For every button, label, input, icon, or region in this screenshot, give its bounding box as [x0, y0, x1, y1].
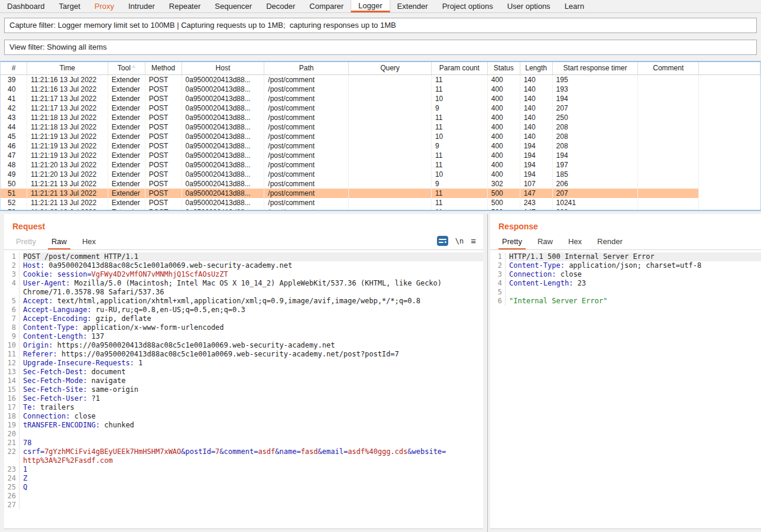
column-header-host[interactable]: Host	[182, 62, 265, 74]
log-row-43[interactable]: 4311:21:18 13 Jul 2022ExtenderPOST0a9500…	[1, 113, 760, 122]
response-tab-pretty[interactable]: Pretty	[498, 237, 526, 249]
log-row-53[interactable]: 5311:21:22 13 Jul 2022ExtenderPOST0a9500…	[1, 207, 760, 211]
menu-tab-project-options[interactable]: Project options	[435, 0, 500, 12]
cell-tool: Extender	[108, 170, 145, 179]
log-row-51[interactable]: 5111:21:21 13 Jul 2022ExtenderPOST0a9500…	[1, 189, 760, 198]
menu-tab-learn[interactable]: Learn	[558, 0, 591, 12]
log-row-45[interactable]: 4511:21:19 13 Jul 2022ExtenderPOST0a9500…	[1, 132, 760, 141]
line-number: 6	[490, 297, 506, 306]
column-header-path[interactable]: Path	[264, 62, 349, 74]
line-number: 13	[4, 368, 20, 377]
request-tab-raw[interactable]: Raw	[48, 237, 70, 249]
menu-tab-comparer[interactable]: Comparer	[302, 0, 351, 12]
cell-spacer	[699, 198, 760, 207]
log-row-39[interactable]: 3911:21:16 13 Jul 2022ExtenderPOST0a9500…	[1, 75, 760, 85]
cell-blank: 48	[1, 160, 27, 170]
cell-status: 400	[488, 132, 520, 141]
cell-spacer	[699, 151, 760, 160]
cell-length: 194	[520, 141, 553, 151]
cell-query	[349, 170, 432, 179]
editor-line: 2Content-Type: application/json; charset…	[490, 261, 761, 270]
column-header-blank[interactable]: #	[1, 62, 27, 74]
log-row-41[interactable]: 4111:21:17 13 Jul 2022ExtenderPOST0a9500…	[1, 94, 760, 103]
cell-method: POST	[145, 85, 182, 94]
cell-method: POST	[145, 179, 182, 189]
column-header-time[interactable]: Time	[27, 62, 108, 74]
column-header-length[interactable]: Length	[520, 62, 553, 74]
editor-line: 1POST /post/comment HTTP/1.1	[4, 252, 483, 261]
column-header-comment[interactable]: Comment	[638, 62, 699, 74]
cell-time: 11:21:18 13 Jul 2022	[27, 122, 108, 132]
cell-method: POST	[145, 94, 182, 103]
column-header-tool[interactable]: Tool^	[108, 62, 145, 74]
cell-status: 500	[488, 189, 520, 198]
line-number: 2	[490, 261, 506, 270]
column-header-query[interactable]: Query	[349, 62, 432, 74]
cell-blank: 45	[1, 132, 27, 141]
cell-path: /post/comment	[264, 160, 349, 170]
request-tabs: PrettyRawHex \n ≡	[4, 235, 483, 250]
editor-line: 5	[490, 288, 761, 297]
response-editor[interactable]: 1HTTP/1.1 500 Internal Server Error2Cont…	[490, 250, 761, 528]
menu-tab-repeater[interactable]: Repeater	[162, 0, 208, 12]
log-row-44[interactable]: 4411:21:18 13 Jul 2022ExtenderPOST0a9500…	[1, 122, 760, 132]
editor-line: 6Accept-Language: ru-RU,ru;q=0.8,en-US;q…	[4, 306, 483, 314]
log-row-40[interactable]: 4011:21:16 13 Jul 2022ExtenderPOST0a9500…	[1, 85, 760, 94]
log-row-52[interactable]: 5211:21:21 13 Jul 2022ExtenderPOST0a9500…	[1, 198, 760, 207]
column-header-param-count[interactable]: Param count	[432, 62, 488, 74]
log-row-42[interactable]: 4211:21:17 13 Jul 2022ExtenderPOST0a9500…	[1, 103, 760, 113]
column-header-status[interactable]: Status	[488, 62, 520, 74]
search-bar-toggle-icon[interactable]	[437, 236, 448, 246]
log-row-50[interactable]: 5011:21:21 13 Jul 2022ExtenderPOST0a9500…	[1, 179, 760, 189]
cell-length: 107	[520, 179, 553, 189]
cell-time: 11:21:21 13 Jul 2022	[27, 189, 108, 198]
cell-tool: Extender	[108, 198, 145, 207]
cell-time: 11:21:22 13 Jul 2022	[27, 207, 108, 211]
menu-tab-user-options[interactable]: User options	[500, 0, 558, 12]
show-newlines-icon[interactable]: \n	[455, 237, 464, 245]
cell-status: 400	[488, 122, 520, 132]
cell-time: 11:21:17 13 Jul 2022	[27, 103, 108, 113]
line-number: 14	[4, 377, 20, 385]
log-row-47[interactable]: 4711:21:19 13 Jul 2022ExtenderPOST0a9500…	[1, 151, 760, 160]
response-tab-raw[interactable]: Raw	[534, 237, 556, 249]
cell-start-response-timer: 206	[553, 179, 639, 189]
menu-tab-dashboard[interactable]: Dashboard	[0, 0, 52, 12]
editor-menu-icon[interactable]: ≡	[471, 236, 476, 245]
menu-tab-logger[interactable]: Logger	[351, 0, 390, 12]
cell-host: 0a9500020413d88...	[182, 189, 265, 198]
column-header-spacer[interactable]	[699, 62, 760, 74]
editor-line: 2Host: 0a9500020413d88ac08c5c1e001a0069.…	[4, 261, 483, 270]
response-tab-hex[interactable]: Hex	[565, 237, 585, 249]
menu-tab-decoder[interactable]: Decoder	[259, 0, 302, 12]
cell-time: 11:21:20 13 Jul 2022	[27, 170, 108, 179]
cell-tool: Extender	[108, 94, 145, 103]
log-row-49[interactable]: 4911:21:20 13 Jul 2022ExtenderPOST0a9500…	[1, 170, 760, 179]
response-tab-render[interactable]: Render	[594, 237, 626, 249]
menu-tab-intruder[interactable]: Intruder	[121, 0, 162, 12]
cell-blank: 39	[1, 75, 27, 85]
cell-comment	[638, 207, 699, 211]
cell-path: /post/comment	[264, 189, 349, 198]
editor-line: 14Sec-Fetch-Mode: navigate	[4, 377, 483, 385]
column-header-method[interactable]: Method	[145, 62, 182, 74]
request-tab-pretty[interactable]: Pretty	[12, 237, 40, 249]
capture-filter-bar[interactable]: Capture filter: Logger memory limit set …	[4, 18, 757, 33]
log-row-48[interactable]: 4811:21:20 13 Jul 2022ExtenderPOST0a9500…	[1, 160, 760, 170]
menu-tab-sequencer[interactable]: Sequencer	[208, 0, 259, 12]
cell-status: 400	[488, 75, 520, 85]
menu-tab-proxy[interactable]: Proxy	[88, 0, 121, 12]
request-tab-hex[interactable]: Hex	[79, 237, 99, 249]
column-header-start-response-timer[interactable]: Start response timer	[553, 62, 639, 74]
cell-host: 0a9500020413d88...	[182, 94, 265, 103]
request-editor[interactable]: 1POST /post/comment HTTP/1.12Host: 0a950…	[4, 250, 483, 528]
panel-splitter[interactable]	[487, 214, 489, 532]
cell-path: /post/comment	[264, 103, 349, 113]
cell-param-count: 10	[432, 94, 488, 103]
editor-line: 4User-Agent: Mozilla/5.0 (Macintosh; Int…	[4, 279, 483, 288]
view-filter-bar[interactable]: View filter: Showing all items	[4, 40, 757, 55]
menu-tab-extender[interactable]: Extender	[390, 0, 435, 12]
menu-tab-target[interactable]: Target	[52, 0, 88, 12]
log-row-46[interactable]: 4611:21:19 13 Jul 2022ExtenderPOST0a9500…	[1, 141, 760, 151]
cell-host: 0a9500020413d88...	[182, 160, 265, 170]
